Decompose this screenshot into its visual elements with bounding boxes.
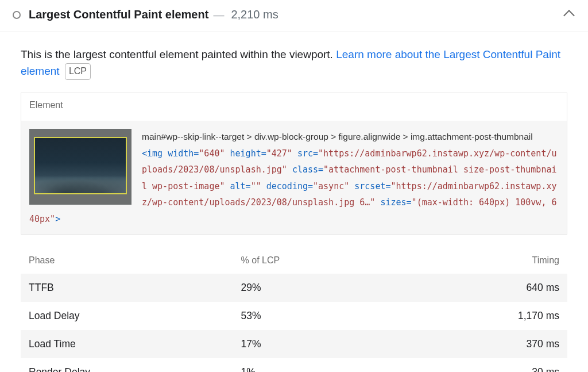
table-row: TTFB 29% 640 ms [21,274,567,302]
col-header-pct: % of LCP [241,255,400,266]
phase-timing: 640 ms [400,282,559,294]
phase-name: Load Time [29,338,241,350]
phase-pct: 29% [241,282,400,294]
phase-name: TTFB [29,282,241,294]
phase-pct: 1% [241,366,400,372]
element-card-header: Element [21,93,567,121]
table-row: Render Delay 1% 30 ms [21,358,567,372]
description-lead: This is the largest contentful element p… [21,48,336,60]
element-thumbnail[interactable] [29,129,131,205]
phase-pct: 53% [241,310,400,322]
phase-table-header-row: Phase % of LCP Timing [21,247,567,274]
phase-name: Render Delay [29,366,241,372]
col-header-timing: Timing [400,255,559,266]
phase-name: Load Delay [29,310,241,322]
phase-timing: 1,170 ms [400,310,559,322]
audit-description: This is the largest contentful element p… [21,46,567,80]
table-row: Load Delay 53% 1,170 ms [21,302,567,330]
element-card: Element main#wp--skip-link--target > div… [21,93,567,235]
audit-timing: 2,210 ms [231,8,278,21]
col-header-phase: Phase [29,255,241,266]
table-row: Load Time 17% 370 ms [21,330,567,358]
phase-timing: 30 ms [400,366,559,372]
lcp-badge: LCP [65,63,91,80]
phase-pct: 17% [241,338,400,350]
phase-table: Phase % of LCP Timing TTFB 29% 640 ms Lo… [21,247,567,372]
status-circle-icon [13,11,21,19]
audit-title: Largest Contentful Paint element [29,8,208,21]
separator: — [213,9,224,21]
phase-timing: 370 ms [400,338,559,350]
element-thumbnail-image [34,137,127,194]
chevron-up-icon[interactable] [563,10,575,21]
audit-header[interactable]: Largest Contentful Paint element — 2,210… [0,0,588,32]
